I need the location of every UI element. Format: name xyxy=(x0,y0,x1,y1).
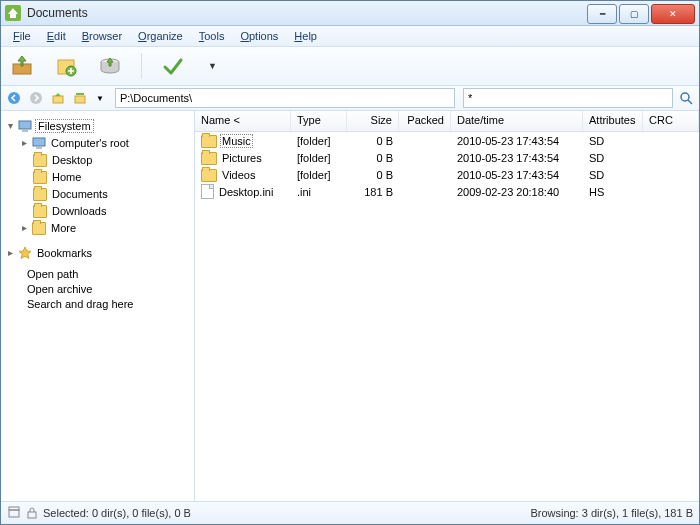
svg-rect-10 xyxy=(19,121,31,129)
folder-icon xyxy=(33,187,47,201)
tree-item-label: Home xyxy=(50,171,83,183)
status-browsing: Browsing: 3 dir(s), 1 file(s), 181 B xyxy=(530,507,693,519)
status-icon xyxy=(7,506,21,520)
folder-icon xyxy=(201,135,217,148)
svg-rect-13 xyxy=(36,147,42,149)
maximize-button[interactable]: ▢ xyxy=(619,4,649,24)
star-icon xyxy=(18,246,32,260)
search-button[interactable] xyxy=(677,89,695,107)
file-size: 0 B xyxy=(347,152,399,164)
sidebar: ▾ Filesystem ▸ Computer's root Desktop H… xyxy=(1,111,195,501)
file-row[interactable]: Pictures[folder]0 B2010-05-23 17:43:54SD xyxy=(195,149,699,166)
svg-rect-11 xyxy=(22,130,28,132)
list-header: Name < Type Size Packed Date/time Attrib… xyxy=(195,111,699,132)
statusbar: Selected: 0 dir(s), 0 file(s), 0 B Brows… xyxy=(1,501,699,524)
tree-bookmarks[interactable]: ▸ Bookmarks xyxy=(5,244,190,261)
app-window: Documents ━ ▢ ✕ File Edit Browser Organi… xyxy=(0,0,700,525)
titlebar[interactable]: Documents ━ ▢ ✕ xyxy=(1,1,699,26)
tree-more[interactable]: ▸ More xyxy=(5,219,190,236)
file-list: Name < Type Size Packed Date/time Attrib… xyxy=(195,111,699,501)
action-open-path[interactable]: Open path xyxy=(27,267,190,282)
navbar: ▼ P:\Documents\ * xyxy=(1,86,699,111)
tree-item-label: Desktop xyxy=(50,154,94,166)
tree-item-label: Computer's root xyxy=(49,137,131,149)
nav-root-button[interactable] xyxy=(71,89,89,107)
svg-rect-12 xyxy=(33,138,45,146)
disk-button[interactable] xyxy=(97,53,123,79)
file-type: [folder] xyxy=(291,169,347,181)
menu-help[interactable]: Help xyxy=(288,28,323,44)
tree-home[interactable]: Home xyxy=(5,168,190,185)
tree-item-label: Documents xyxy=(50,188,110,200)
folder-icon xyxy=(33,204,47,218)
menubar: File Edit Browser Organize Tools Options… xyxy=(1,26,699,47)
col-size[interactable]: Size xyxy=(347,111,399,131)
computer-icon xyxy=(18,119,32,133)
col-name[interactable]: Name < xyxy=(195,111,291,131)
col-packed[interactable]: Packed xyxy=(399,111,451,131)
file-icon xyxy=(201,184,214,199)
action-search-drag[interactable]: Search and drag here xyxy=(27,297,190,312)
file-name: Desktop.ini xyxy=(217,185,275,199)
check-button[interactable] xyxy=(160,53,186,79)
path-input[interactable]: P:\Documents\ xyxy=(115,88,455,108)
tree-desktop[interactable]: Desktop xyxy=(5,151,190,168)
menu-organize[interactable]: Organize xyxy=(132,28,189,44)
toolbar-separator xyxy=(141,53,142,79)
add-button[interactable] xyxy=(53,53,79,79)
file-name: Pictures xyxy=(220,151,264,165)
col-date[interactable]: Date/time xyxy=(451,111,583,131)
svg-rect-7 xyxy=(75,96,85,103)
col-crc[interactable]: CRC xyxy=(643,111,699,131)
tree-documents[interactable]: Documents xyxy=(5,185,190,202)
file-size: 181 B xyxy=(347,186,399,198)
tree-downloads[interactable]: Downloads xyxy=(5,202,190,219)
svg-point-5 xyxy=(30,92,42,104)
file-row[interactable]: Desktop.ini.ini181 B2009-02-23 20:18:40H… xyxy=(195,183,699,200)
tree-bookmarks-label: Bookmarks xyxy=(35,247,94,259)
svg-rect-14 xyxy=(9,510,19,517)
collapse-icon[interactable]: ▾ xyxy=(5,120,15,131)
action-open-archive[interactable]: Open archive xyxy=(27,282,190,297)
file-name: Videos xyxy=(220,168,257,182)
col-attr[interactable]: Attributes xyxy=(583,111,643,131)
file-date: 2010-05-23 17:43:54 xyxy=(451,135,583,147)
status-selected: Selected: 0 dir(s), 0 file(s), 0 B xyxy=(43,507,191,519)
filter-input[interactable]: * xyxy=(463,88,673,108)
check-dropdown[interactable]: ▼ xyxy=(204,57,221,75)
file-date: 2010-05-23 17:43:54 xyxy=(451,169,583,181)
file-attr: SD xyxy=(583,135,643,147)
tree-filesystem[interactable]: ▾ Filesystem xyxy=(5,117,190,134)
expand-icon[interactable]: ▸ xyxy=(19,222,29,233)
file-row[interactable]: Music[folder]0 B2010-05-23 17:43:54SD xyxy=(195,132,699,149)
nav-history-dropdown[interactable]: ▼ xyxy=(93,94,107,103)
file-attr: HS xyxy=(583,186,643,198)
menu-edit[interactable]: Edit xyxy=(41,28,72,44)
folder-icon xyxy=(33,153,47,167)
expand-icon[interactable]: ▸ xyxy=(19,137,29,148)
tree-item-label: More xyxy=(49,222,78,234)
svg-point-4 xyxy=(8,92,20,104)
path-text: P:\Documents\ xyxy=(120,92,192,104)
menu-file[interactable]: File xyxy=(7,28,37,44)
menu-options[interactable]: Options xyxy=(234,28,284,44)
extract-button[interactable] xyxy=(9,53,35,79)
file-type: [folder] xyxy=(291,135,347,147)
sidebar-actions: Open path Open archive Search and drag h… xyxy=(5,267,190,312)
expand-icon[interactable]: ▸ xyxy=(5,247,15,258)
nav-up-button[interactable] xyxy=(49,89,67,107)
nav-forward-button[interactable] xyxy=(27,89,45,107)
close-button[interactable]: ✕ xyxy=(651,4,695,24)
file-row[interactable]: Videos[folder]0 B2010-05-23 17:43:54SD xyxy=(195,166,699,183)
nav-back-button[interactable] xyxy=(5,89,23,107)
file-date: 2009-02-23 20:18:40 xyxy=(451,186,583,198)
file-type: .ini xyxy=(291,186,347,198)
menu-browser[interactable]: Browser xyxy=(76,28,128,44)
menu-tools[interactable]: Tools xyxy=(193,28,231,44)
toolbar: ▼ xyxy=(1,47,699,86)
tree-computers-root[interactable]: ▸ Computer's root xyxy=(5,134,190,151)
col-type[interactable]: Type xyxy=(291,111,347,131)
list-body[interactable]: Music[folder]0 B2010-05-23 17:43:54SDPic… xyxy=(195,132,699,501)
file-size: 0 B xyxy=(347,135,399,147)
minimize-button[interactable]: ━ xyxy=(587,4,617,24)
